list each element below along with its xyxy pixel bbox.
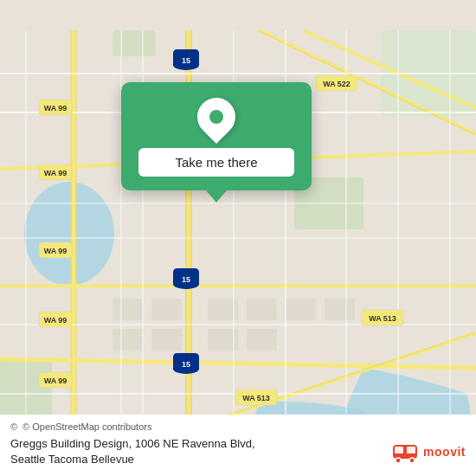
- svg-line-23: [303, 30, 476, 108]
- svg-rect-11: [208, 329, 238, 351]
- svg-rect-67: [407, 447, 415, 453]
- location-pin: [190, 90, 243, 144]
- svg-rect-57: [316, 75, 357, 91]
- svg-line-26: [0, 359, 476, 368]
- svg-rect-7: [113, 329, 143, 351]
- svg-text:WA 99: WA 99: [44, 376, 68, 385]
- svg-rect-61: [235, 389, 277, 405]
- map-container: WA 99 WA 99 WA 99 WA 99 WA 99 15 15 15 W…: [0, 0, 476, 476]
- svg-rect-66: [395, 447, 403, 453]
- moovit-text: moovit: [423, 445, 466, 459]
- svg-text:15: 15: [182, 56, 190, 65]
- svg-rect-50: [39, 312, 72, 327]
- moovit-logo: moovit: [391, 438, 466, 466]
- svg-rect-59: [362, 310, 403, 325]
- svg-rect-14: [325, 299, 355, 320]
- location-address: Greggs Building Design, 1006 NE Ravenna …: [10, 436, 255, 467]
- address-line1: Greggs Building Design, 1006 NE Ravenna …: [10, 437, 255, 450]
- svg-rect-12: [247, 329, 277, 351]
- svg-text:WA 513: WA 513: [242, 394, 270, 402]
- map-svg: WA 99 WA 99 WA 99 WA 99 WA 99 15 15 15 W…: [0, 0, 476, 476]
- svg-rect-9: [208, 299, 238, 320]
- svg-rect-5: [113, 299, 143, 320]
- svg-rect-6: [151, 299, 182, 320]
- svg-text:WA 99: WA 99: [44, 104, 68, 113]
- address-line2: Seattle Tacoma Bellevue: [10, 453, 134, 466]
- map-background: WA 99 WA 99 WA 99 WA 99 WA 99 15 15 15 W…: [0, 0, 476, 476]
- take-me-there-button[interactable]: Take me there: [138, 148, 294, 177]
- svg-text:15: 15: [182, 360, 190, 369]
- svg-point-0: [24, 182, 114, 286]
- svg-rect-8: [151, 329, 182, 351]
- pin-dot: [209, 110, 223, 124]
- svg-text:WA 99: WA 99: [44, 247, 68, 255]
- svg-point-69: [409, 458, 415, 463]
- svg-rect-3: [381, 30, 476, 117]
- moovit-icon: [391, 438, 419, 466]
- svg-text:WA 99: WA 99: [44, 316, 68, 325]
- svg-text:15: 15: [182, 275, 190, 284]
- attribution-text: © OpenStreetMap contributors: [23, 421, 151, 432]
- svg-rect-46: [39, 164, 72, 180]
- footer-main-row: Greggs Building Design, 1006 NE Ravenna …: [10, 436, 466, 467]
- svg-rect-4: [113, 30, 156, 56]
- svg-text:WA 522: WA 522: [323, 80, 351, 88]
- map-footer: © © OpenStreetMap contributors Greggs Bu…: [0, 415, 476, 476]
- svg-rect-44: [39, 100, 72, 115]
- svg-rect-2: [0, 359, 52, 420]
- svg-rect-52: [39, 372, 72, 388]
- location-popup: Take me there: [121, 82, 312, 190]
- attribution-row: © © OpenStreetMap contributors: [10, 421, 466, 432]
- svg-text:WA 513: WA 513: [369, 314, 396, 323]
- svg-text:WA 99: WA 99: [44, 169, 68, 177]
- svg-point-68: [396, 458, 401, 463]
- svg-rect-13: [286, 299, 316, 320]
- copyright-icon: ©: [10, 421, 17, 432]
- svg-rect-48: [39, 242, 72, 258]
- svg-rect-10: [247, 299, 277, 320]
